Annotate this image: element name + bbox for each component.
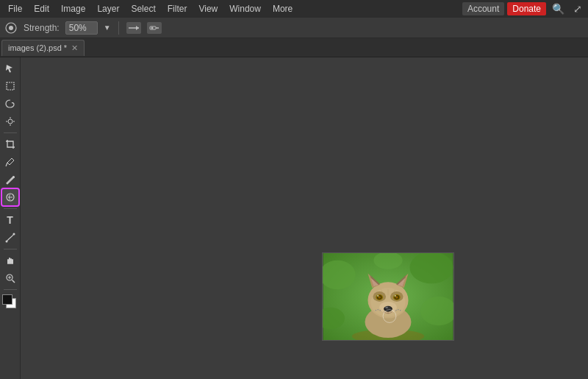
menu-more[interactable]: More: [268, 2, 298, 15]
svg-point-28: [410, 253, 453, 283]
options-separator-1: [118, 21, 119, 35]
svg-point-12: [8, 119, 12, 124]
main-area: T: [0, 57, 588, 379]
svg-point-51: [395, 296, 398, 299]
tab-close-button[interactable]: ✕: [71, 43, 78, 53]
menu-account[interactable]: Account: [462, 2, 504, 15]
svg-point-1: [9, 26, 13, 30]
svg-point-55: [385, 306, 388, 308]
menu-donate[interactable]: Donate: [507, 2, 546, 15]
menu-image[interactable]: Image: [56, 2, 90, 15]
svg-point-58: [379, 310, 381, 311]
canvas-area[interactable]: [21, 57, 588, 379]
svg-line-13: [6, 163, 7, 166]
menu-file[interactable]: File: [3, 2, 27, 15]
fullscreen-icon[interactable]: ⤢: [570, 1, 585, 16]
menu-view[interactable]: View: [193, 2, 223, 15]
path-tool-btn[interactable]: [2, 230, 18, 246]
tool-separator-3: [4, 249, 17, 249]
hand-tool-btn[interactable]: [2, 252, 18, 269]
tool-separator-1: [4, 132, 17, 133]
image-canvas: [322, 252, 454, 341]
svg-point-17: [12, 233, 15, 235]
smudge-tool-btn[interactable]: [2, 189, 18, 205]
brush-mode-icon[interactable]: [126, 22, 141, 34]
tool-separator-2: [4, 208, 17, 209]
svg-rect-18: [7, 259, 9, 264]
svg-rect-19: [9, 258, 10, 264]
tab-label: images (2).psd *: [8, 43, 67, 52]
lasso-tool-btn[interactable]: [2, 96, 18, 112]
brush-tool-btn[interactable]: [2, 171, 18, 188]
menu-edit[interactable]: Edit: [29, 2, 54, 15]
smudge-tool-icon: [4, 21, 18, 35]
svg-rect-20: [10, 258, 12, 264]
wolf-image: [323, 253, 453, 340]
magic-wand-btn[interactable]: [2, 113, 18, 130]
selection-tool-btn[interactable]: [2, 78, 18, 94]
toolbar: T: [0, 57, 21, 379]
optionsbar: Strength: ▼: [0, 18, 588, 38]
svg-rect-7: [7, 82, 14, 90]
svg-point-60: [398, 309, 399, 311]
svg-point-62: [400, 310, 401, 311]
menu-window[interactable]: Window: [224, 2, 266, 15]
fg-color-swatch[interactable]: [2, 294, 12, 305]
tool-separator-4: [4, 289, 17, 290]
document-tab[interactable]: images (2).psd * ✕: [1, 40, 85, 56]
svg-point-50: [378, 296, 381, 299]
svg-point-16: [5, 241, 7, 243]
menubar: File Edit Image Layer Select Filter View…: [0, 0, 588, 18]
strength-arrow[interactable]: ▼: [104, 24, 111, 32]
strength-input[interactable]: [65, 21, 98, 35]
search-icon[interactable]: 🔍: [549, 1, 567, 16]
svg-rect-21: [12, 259, 13, 264]
svg-line-23: [12, 280, 15, 283]
color-swatches[interactable]: [2, 294, 18, 311]
svg-point-14: [12, 176, 15, 178]
airbrush-icon[interactable]: [147, 22, 162, 34]
eyedropper-btn[interactable]: [2, 154, 18, 170]
svg-point-6: [151, 26, 153, 29]
text-tool-btn[interactable]: T: [2, 212, 18, 228]
svg-point-61: [395, 310, 397, 311]
svg-marker-3: [136, 26, 139, 30]
crop-tool-btn[interactable]: [2, 136, 18, 152]
move-tool-btn[interactable]: [2, 60, 18, 77]
menu-filter[interactable]: Filter: [162, 2, 193, 15]
menubar-right: Account Donate 🔍 ⤢: [462, 1, 585, 16]
svg-point-57: [377, 309, 379, 311]
strength-label: Strength:: [24, 23, 60, 33]
svg-point-59: [375, 310, 376, 311]
menu-select[interactable]: Select: [126, 2, 160, 15]
menu-layer[interactable]: Layer: [92, 2, 124, 15]
zoom-tool-btn[interactable]: [2, 270, 18, 286]
tabbar: images (2).psd * ✕: [0, 38, 588, 57]
